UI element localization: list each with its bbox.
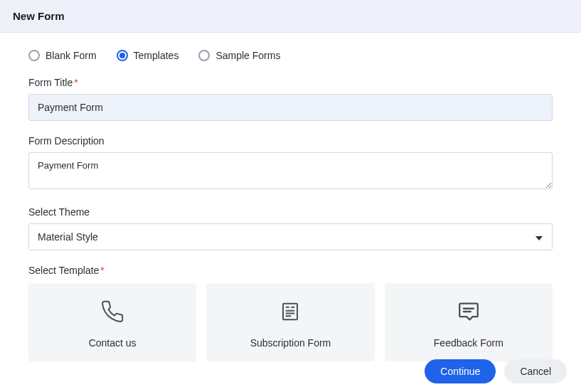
theme-select[interactable]: [28, 223, 553, 250]
modal-footer: Continue Cancel: [425, 359, 567, 383]
form-description-group: Form Description: [28, 135, 553, 192]
radio-label: Blank Form: [46, 50, 97, 61]
radio-icon: [198, 50, 210, 61]
required-asterisk: *: [74, 77, 78, 88]
modal-title: New Form: [13, 10, 568, 22]
template-card-contact[interactable]: Contact us: [28, 283, 196, 361]
template-card-label: Contact us: [89, 337, 137, 349]
radio-label: Sample Forms: [215, 50, 280, 61]
form-description-label: Form Description: [28, 135, 553, 147]
form-type-radio-group: Blank Form Templates Sample Forms: [28, 50, 553, 61]
radio-templates[interactable]: Templates: [117, 50, 179, 61]
chat-icon: [456, 299, 481, 324]
cancel-button[interactable]: Cancel: [504, 359, 567, 383]
radio-label: Templates: [134, 50, 179, 61]
phone-icon: [100, 299, 125, 324]
template-card-label: Subscription Form: [250, 337, 331, 349]
theme-group: Select Theme: [28, 206, 553, 250]
label-text: Form Title: [28, 77, 73, 88]
continue-button[interactable]: Continue: [425, 359, 496, 383]
form-description-input[interactable]: [28, 152, 553, 189]
template-label: Select Template*: [28, 265, 553, 276]
form-title-group: Form Title*: [28, 77, 553, 121]
modal-header: New Form: [0, 0, 581, 33]
label-text: Select Template: [28, 265, 99, 276]
radio-icon: [117, 50, 128, 61]
radio-blank-form[interactable]: Blank Form: [28, 50, 97, 61]
required-asterisk: *: [100, 265, 104, 276]
theme-select-wrap: [28, 223, 553, 250]
modal-content: Blank Form Templates Sample Forms Form T…: [0, 33, 581, 361]
template-card-subscription[interactable]: Subscription Form: [206, 283, 374, 361]
radio-icon: [28, 50, 40, 61]
theme-label: Select Theme: [28, 206, 553, 218]
form-title-label: Form Title*: [28, 77, 553, 88]
document-icon: [277, 299, 303, 324]
form-title-input[interactable]: [28, 94, 553, 121]
template-grid: Contact us Subscription Form: [28, 283, 553, 361]
template-card-label: Feedback Form: [434, 337, 503, 349]
template-card-feedback[interactable]: Feedback Form: [385, 283, 553, 361]
template-group: Select Template* Contact us: [28, 265, 553, 361]
radio-sample-forms[interactable]: Sample Forms: [198, 50, 280, 61]
svg-rect-0: [283, 304, 297, 320]
